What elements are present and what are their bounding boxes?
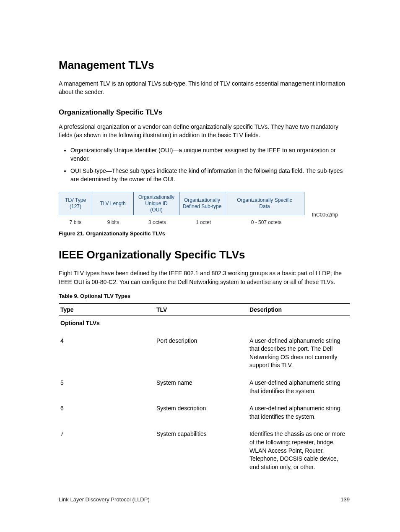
table-cell-type: 6 — [59, 401, 155, 427]
diagram-box-text: (127) — [70, 203, 81, 210]
diagram-box-text: Defined Sub-type — [183, 203, 222, 210]
table-cell-tlv: System capabilities — [155, 427, 248, 477]
paragraph-org-specific: A professional organization or a vendor … — [59, 123, 350, 140]
diagram-box-tlv-length: TLV Length — [92, 192, 134, 215]
diagram-box-text: TLV Length — [100, 201, 125, 207]
diagram-legend: 1 octet — [180, 219, 226, 225]
footer-page-number: 139 — [340, 496, 350, 503]
diagram-box-text: Data — [259, 203, 270, 210]
table-row: 7 System capabilities Identifies the cha… — [59, 427, 350, 477]
table-caption: Table 9. Optional TLV Types — [59, 293, 350, 299]
heading-ieee-org-tlvs: IEEE Organizationally Specific TLVs — [59, 248, 350, 261]
diagram-box-oui: Organizationally Unique ID (OUI) — [133, 192, 179, 215]
table-cell-desc: A user-defined alphanumeric string that … — [248, 376, 350, 401]
diagram-legend: 9 bits — [92, 219, 134, 225]
footer-section-title: Link Layer Discovery Protocol (LLDP) — [59, 496, 150, 503]
table-cell-desc: A user-defined alphanumeric string that … — [248, 401, 350, 427]
bullet-item: Organizationally Unique Identifier (OUI)… — [70, 146, 350, 163]
diagram-legend: 0 - 507 octets — [226, 219, 306, 225]
table-cell-type: 4 — [59, 334, 155, 376]
diagram-legend: 7 bits — [59, 219, 92, 225]
diagram-box-text: Organizationally Specific — [237, 197, 292, 203]
diagram-box-tlv-type: TLV Type (127) — [59, 192, 92, 215]
diagram-ref-id: fnC0052mp — [312, 212, 338, 218]
table-optional-tlv: Type TLV Description Optional TLVs 4 Por… — [59, 303, 350, 477]
table-cell-type: 7 — [59, 427, 155, 477]
bullet-item: OUI Sub-type—These sub-types indicate th… — [70, 167, 350, 184]
diagram-box-text: Unique ID — [145, 201, 167, 207]
table-section-row: Optional TLVs — [59, 316, 350, 333]
paragraph-ieee-intro: Eight TLV types have been defined by the… — [59, 269, 350, 286]
bullet-list: Organizationally Unique Identifier (OUI)… — [59, 146, 350, 183]
table-section-label: Optional TLVs — [59, 316, 350, 333]
table-cell-tlv: Port description — [155, 334, 248, 376]
table-cell-desc: Identifies the chassis as one or more of… — [248, 427, 350, 477]
table-cell-tlv: System description — [155, 401, 248, 427]
table-header-description: Description — [248, 303, 350, 316]
figure-org-tlv-diagram: TLV Type (127) TLV Length Organizational… — [59, 192, 350, 225]
table-row: 6 System description A user-defined alph… — [59, 401, 350, 427]
table-row: 4 Port description A user-defined alphan… — [59, 334, 350, 376]
table-header-type: Type — [59, 303, 155, 316]
diagram-box-data: Organizationally Specific Data — [225, 192, 304, 215]
diagram-box-text: TLV Type — [65, 197, 86, 203]
subheading-org-specific: Organizationally Specific TLVs — [59, 108, 350, 117]
table-row: 5 System name A user-defined alphanumeri… — [59, 376, 350, 401]
page-footer: Link Layer Discovery Protocol (LLDP) 139 — [59, 496, 350, 503]
document-page: Management TLVs A management TLV is an o… — [0, 0, 400, 532]
diagram-box-text: (OUI) — [150, 207, 162, 213]
heading-management-tlvs: Management TLVs — [59, 59, 350, 72]
table-cell-type: 5 — [59, 376, 155, 401]
table-cell-desc: A user-defined alphanumeric string that … — [248, 334, 350, 376]
diagram-box-subtype: Organizationally Defined Sub-type — [179, 192, 225, 215]
table-header-tlv: TLV — [155, 303, 248, 316]
diagram-box-text: Organizationally — [184, 197, 220, 203]
figure-caption: Figure 21. Organizationally Specific TLV… — [59, 230, 350, 237]
table-cell-tlv: System name — [155, 376, 248, 401]
diagram-box-text: Organizationally — [138, 194, 174, 201]
diagram-legend: 3 octets — [134, 219, 180, 225]
paragraph-intro: A management TLV is an optional TLVs sub… — [59, 79, 350, 96]
table-header-row: Type TLV Description — [59, 303, 350, 316]
